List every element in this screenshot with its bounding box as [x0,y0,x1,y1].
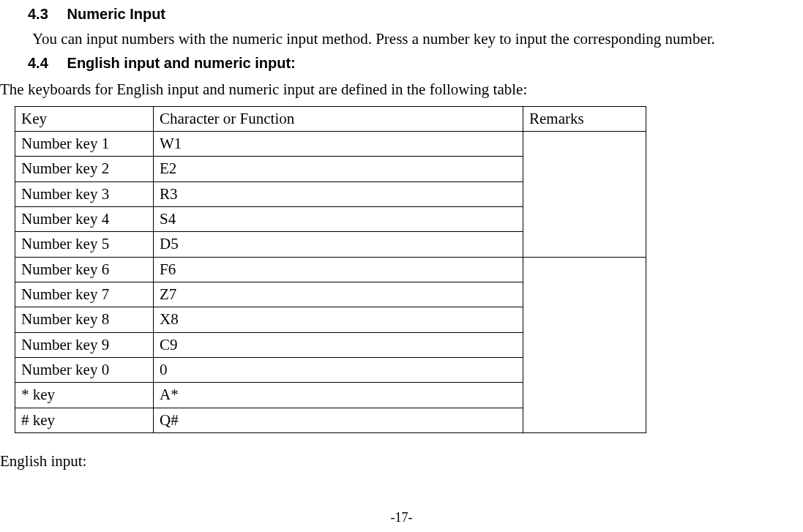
cell-char: 0 [154,358,523,383]
english-input-label: English input: [0,451,803,471]
cell-char: C9 [154,332,523,357]
cell-key: Number key 7 [15,282,154,307]
table-row: Number key 1 W1 [15,132,646,157]
document-page: 4.3 Numeric Input You can input numbers … [0,0,803,532]
cell-char: E2 [154,157,523,181]
section-4-4-intro: The keyboards for English input and nume… [0,76,803,104]
cell-char: R3 [154,181,523,206]
cell-key: Number key 6 [15,257,154,282]
cell-char: W1 [154,132,523,157]
table-row: Number key 6 F6 [15,257,646,282]
cell-key: Number key 9 [15,332,154,357]
cell-char: S4 [154,207,523,232]
section-4-3-number: 4.3 [28,4,63,24]
section-4-4-number: 4.4 [28,53,63,73]
cell-key: Number key 3 [15,181,154,206]
table-header-key: Key [15,106,154,131]
cell-remarks [523,257,646,432]
cell-char: D5 [154,232,523,257]
cell-key: Number key 0 [15,358,154,383]
table-header-remarks: Remarks [523,106,646,131]
cell-char: F6 [154,257,523,282]
table-header-char: Character or Function [154,106,523,131]
cell-key: Number key 2 [15,157,154,181]
section-4-3-title: Numeric Input [67,6,165,22]
section-4-4-title: English input and numeric input: [67,55,296,71]
cell-char: Z7 [154,282,523,307]
key-mapping-table: Key Character or Function Remarks Number… [15,106,646,433]
cell-key: Number key 1 [15,132,154,157]
table-header-row: Key Character or Function Remarks [15,106,646,131]
cell-key: Number key 8 [15,307,154,332]
cell-char: Q# [154,408,523,432]
cell-key: # key [15,408,154,432]
section-4-4-heading: 4.4 English input and numeric input: [0,53,803,76]
cell-char: X8 [154,307,523,332]
section-4-3-body-text: You can input numbers with the numeric i… [32,30,715,48]
cell-key: Number key 4 [15,207,154,232]
page-footer: -17- [0,509,803,526]
section-4-3-body: You can input numbers with the numeric i… [0,27,803,53]
document-content: 4.3 Numeric Input You can input numbers … [0,4,803,472]
section-4-3-heading: 4.3 Numeric Input [0,4,803,27]
cell-char: A* [154,383,523,408]
cell-remarks [523,132,646,258]
page-number: -17- [391,510,413,525]
cell-key: Number key 5 [15,232,154,257]
cell-key: * key [15,383,154,408]
